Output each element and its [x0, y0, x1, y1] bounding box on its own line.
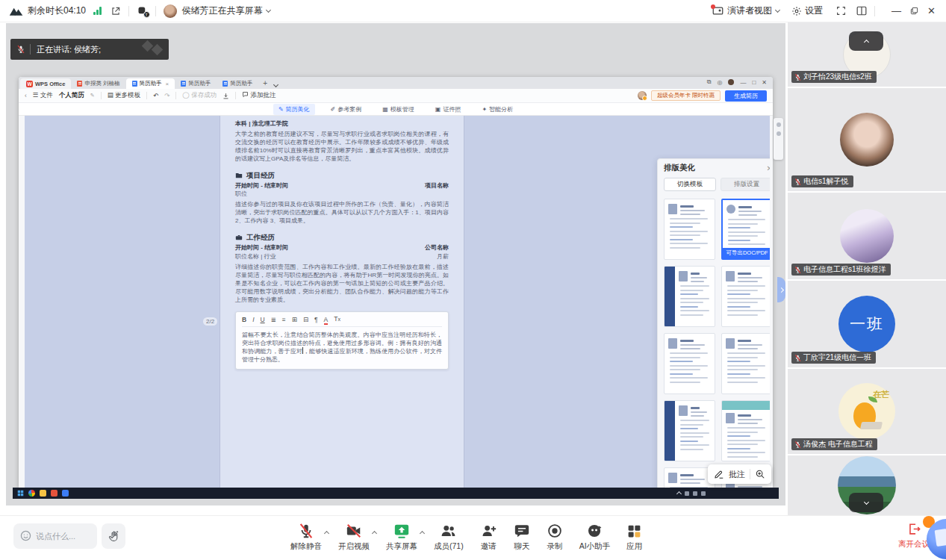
- chevron-up-icon[interactable]: [372, 531, 377, 536]
- windows-start-icon[interactable]: [17, 490, 24, 497]
- generate-resume-button[interactable]: 生成简历: [725, 90, 767, 102]
- wps-tab-1[interactable]: 申报类 刘楠楠: [71, 78, 125, 89]
- document-page[interactable]: 本科 | 淮北理工学院 大学之前的教育经历建议不写，尽量写与求职行业或者求职岗位…: [220, 116, 464, 488]
- camera-off-button[interactable]: 开启视频: [330, 520, 378, 553]
- wps-side-rail[interactable]: [774, 118, 783, 160]
- text-editor-box[interactable]: BIU≣≡⊞⊟¶ATx 篇幅不要太长，注意结合简历整体的美观度。内容中应当注明经…: [235, 311, 449, 370]
- wps-maximize-button[interactable]: □: [752, 79, 756, 86]
- wps-restore-icon[interactable]: ⧉: [707, 78, 712, 86]
- ribbon-tab-0[interactable]: ✎简历美化: [273, 104, 315, 115]
- tray-icon[interactable]: [685, 491, 689, 496]
- emoji-icon[interactable]: [19, 529, 32, 542]
- participants-scroll-up-button[interactable]: [849, 31, 883, 51]
- layout-split-icon[interactable]: [856, 6, 867, 16]
- format-clear-format-icon[interactable]: Tx: [334, 315, 340, 324]
- chevron-up-icon[interactable]: [324, 531, 329, 536]
- tab-list-chevron-icon[interactable]: [273, 82, 278, 87]
- participant-tile[interactable]: 电子信息工程s1班徐煜洋: [788, 193, 946, 279]
- presenter-view-icon[interactable]: [712, 6, 723, 16]
- template-thumbnail[interactable]: [664, 266, 715, 327]
- template-thumbnail[interactable]: [721, 266, 770, 327]
- wps-skin-icon[interactable]: ◎: [717, 79, 722, 86]
- ribbon-tab-3[interactable]: ▣证件照: [430, 104, 467, 115]
- view-mode-label[interactable]: 演讲者视图: [727, 4, 772, 17]
- gear-icon[interactable]: [791, 6, 802, 16]
- document-title[interactable]: 个人简历: [59, 91, 84, 100]
- apps-button[interactable]: 应用: [618, 520, 650, 553]
- format-font-color-icon[interactable]: A: [324, 316, 329, 324]
- tray-icon[interactable]: [693, 491, 697, 496]
- wps-user-avatar[interactable]: [638, 91, 647, 100]
- format-indent-icon[interactable]: ⊞: [292, 316, 297, 324]
- sharing-status[interactable]: 侯绪芳正在共享屏幕: [182, 4, 263, 17]
- template-thumbnail[interactable]: [664, 199, 715, 260]
- ribbon-tab-2[interactable]: ▦模板管理: [377, 104, 420, 115]
- fullscreen-icon[interactable]: [836, 6, 846, 16]
- format-underline-icon[interactable]: U: [261, 316, 265, 324]
- template-thumbnail[interactable]: 可导出DOC/PDF: [721, 199, 770, 260]
- back-icon[interactable]: ‹: [25, 92, 27, 99]
- maximize-button[interactable]: [910, 7, 918, 15]
- share-window-icon[interactable]: [111, 6, 121, 16]
- template-thumbnail[interactable]: [664, 333, 715, 394]
- close-button[interactable]: ✕: [927, 5, 936, 16]
- record-button[interactable]: 录制: [538, 520, 571, 553]
- tab-switch-template[interactable]: 切换模板: [664, 178, 716, 191]
- folder-icon[interactable]: [40, 490, 46, 497]
- more-templates-button[interactable]: ▤ 更多模板: [108, 91, 140, 100]
- wps-account-avatar[interactable]: [728, 79, 734, 85]
- participants-scroll-down-button[interactable]: [849, 493, 883, 512]
- app-taskbar-icon[interactable]: [62, 490, 69, 497]
- sidebar-collapse-handle[interactable]: [777, 277, 785, 302]
- undo-icon[interactable]: ↶: [153, 92, 158, 99]
- wps-tab-3[interactable]: 简历助手: [175, 78, 217, 89]
- download-icon[interactable]: [223, 93, 229, 99]
- participant-tile[interactable]: 在芒汤俊杰 电子信息工程: [788, 369, 946, 454]
- invite-button[interactable]: 邀请: [472, 520, 505, 553]
- settings-label[interactable]: 设置: [805, 4, 823, 17]
- annotate-label[interactable]: 批注: [729, 469, 745, 480]
- tray-icon[interactable]: [701, 491, 706, 496]
- chevron-down-icon[interactable]: [775, 7, 780, 13]
- format-outdent-icon[interactable]: ⊟: [303, 316, 308, 324]
- tab-layout-settings[interactable]: 排版设置: [721, 178, 770, 191]
- format-unordered-list-icon[interactable]: ≡: [282, 316, 286, 324]
- mic-muted-button[interactable]: 解除静音: [282, 520, 330, 553]
- close-tab-icon[interactable]: ×: [166, 81, 169, 87]
- template-thumbnail[interactable]: [721, 333, 770, 394]
- wps-minimize-button[interactable]: —: [740, 79, 746, 86]
- menu-icon[interactable]: ☰ 文件: [33, 91, 53, 100]
- editor-text[interactable]: 篇幅不要太长，注意结合简历整体的美观度。内容中应当注明经历和特长，突出符合求职岗…: [242, 331, 442, 364]
- format-bold-icon[interactable]: B: [242, 316, 246, 324]
- format-ordered-list-icon[interactable]: ≣: [271, 316, 276, 324]
- format-paragraph-icon[interactable]: ¶: [314, 316, 318, 324]
- new-tab-button[interactable]: +: [263, 79, 267, 87]
- members-button[interactable]: 成员(71): [426, 520, 472, 553]
- ribbon-tab-1[interactable]: ✐参考案例: [326, 104, 367, 115]
- chat-button[interactable]: 聊天: [505, 520, 538, 553]
- chevron-down-icon[interactable]: [265, 7, 270, 13]
- share-screen-button[interactable]: 共享屏幕: [378, 520, 426, 553]
- template-thumbnail[interactable]: [721, 400, 770, 461]
- tray-expand-icon[interactable]: [676, 491, 682, 497]
- wps-tab-2[interactable]: 简历助手×: [126, 78, 175, 89]
- participant-tile[interactable]: 一班丁欣宇21级电信一班: [788, 281, 946, 367]
- wps-tab-0[interactable]: WWPS Office: [20, 78, 71, 89]
- ribbon-tab-4[interactable]: ✦智能分析: [476, 104, 518, 115]
- wps-taskbar-icon[interactable]: [51, 490, 57, 497]
- rename-icon[interactable]: ✎: [90, 93, 95, 99]
- network-signal-icon[interactable]: [93, 7, 102, 15]
- comment-button[interactable]: 添加批注: [242, 91, 276, 100]
- format-italic-icon[interactable]: I: [252, 316, 254, 324]
- template-thumbnail[interactable]: [664, 400, 715, 461]
- participant-tile[interactable]: 电信s1解子悦: [788, 88, 946, 191]
- close-icon[interactable]: ✕: [767, 164, 770, 172]
- zoom-in-icon[interactable]: [755, 469, 765, 479]
- audio-device-icon[interactable]: T: [137, 5, 148, 16]
- wps-close-button[interactable]: ✕: [762, 79, 767, 86]
- wps-tab-4[interactable]: 简历助手: [217, 78, 258, 89]
- pencil-icon[interactable]: [714, 469, 724, 479]
- chevron-up-icon[interactable]: [420, 531, 425, 536]
- redo-icon[interactable]: ↷: [164, 92, 169, 99]
- member-promo-pill[interactable]: 超级会员年卡 限时特惠: [651, 90, 721, 101]
